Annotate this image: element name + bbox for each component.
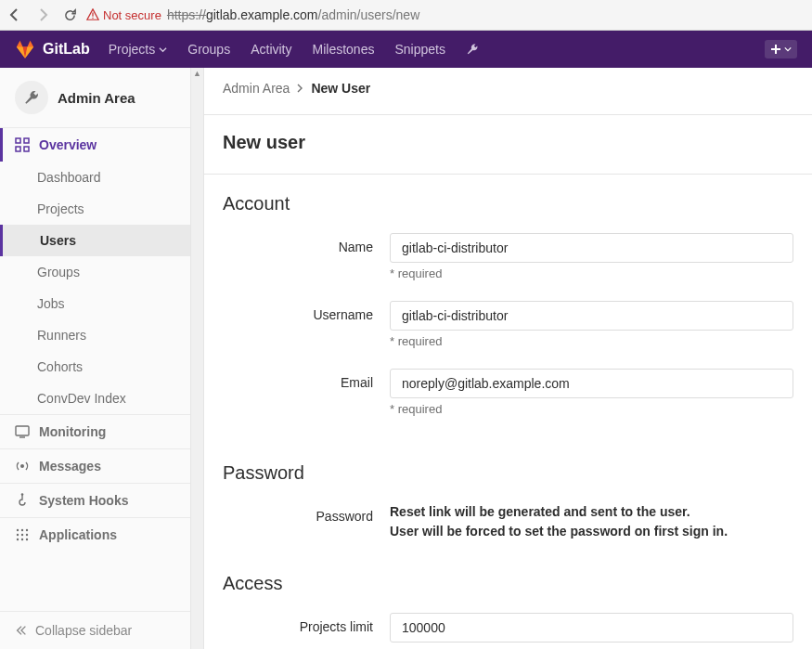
password-info-line1: Reset link will be generated and sent to… (390, 502, 793, 522)
broadcast-icon (15, 459, 30, 474)
svg-rect-4 (16, 147, 20, 151)
password-info-line2: User will be forced to set the password … (390, 522, 793, 541)
sidebar-item-jobs[interactable]: Jobs (37, 288, 190, 319)
collapse-label: Collapse sidebar (35, 623, 132, 638)
top-nav: Projects Groups Activity Milestones Snip… (109, 42, 479, 57)
svg-point-8 (20, 464, 24, 468)
sidebar-item-overview[interactable]: Overview (0, 128, 190, 162)
overview-submenu: Dashboard Projects Users Groups Jobs Run… (0, 162, 190, 414)
nav-snippets[interactable]: Snippets (394, 42, 445, 57)
svg-point-12 (26, 529, 28, 531)
warning-icon (86, 8, 99, 21)
context-title: Admin Area (58, 90, 135, 106)
sidebar-item-applications[interactable]: Applications (0, 518, 190, 552)
header-right (765, 40, 797, 58)
username-input[interactable] (390, 301, 793, 331)
wrench-icon (466, 43, 479, 56)
context-header[interactable]: Admin Area (0, 68, 190, 127)
nav-activity[interactable]: Activity (251, 42, 291, 57)
access-heading: Access (223, 573, 793, 594)
app-header: GitLab Projects Groups Activity Mileston… (0, 31, 812, 68)
sidebar-label: Applications (39, 527, 117, 542)
sidebar-label: System Hooks (39, 493, 128, 508)
email-label: Email (223, 369, 390, 390)
gitlab-logo-icon (15, 39, 35, 59)
sidebar: Admin Area Overview Dashboard Projects U… (0, 68, 204, 649)
nav-admin-wrench[interactable] (466, 43, 479, 56)
sidebar-item-messages[interactable]: Messages (0, 449, 190, 483)
page-title: New user (204, 115, 812, 175)
projects-limit-input[interactable] (390, 613, 793, 643)
monitor-icon (15, 424, 30, 439)
email-input[interactable] (390, 369, 793, 398)
overview-icon (15, 137, 30, 152)
svg-rect-2 (16, 138, 20, 143)
svg-point-16 (17, 539, 19, 540)
applications-icon (15, 527, 30, 542)
section-access: Access Projects limit (204, 554, 812, 649)
breadcrumb-current: New User (311, 81, 370, 96)
svg-rect-6 (16, 426, 29, 435)
svg-point-17 (21, 539, 23, 540)
sidebar-item-cohorts[interactable]: Cohorts (37, 351, 190, 383)
nav-milestones[interactable]: Milestones (313, 42, 375, 57)
breadcrumb: Admin Area New User (204, 68, 812, 115)
browser-nav (7, 7, 77, 22)
address-bar[interactable]: Not secure https://gitlab.example.com/ad… (86, 7, 805, 22)
collapse-icon (15, 624, 28, 637)
new-dropdown[interactable] (765, 40, 797, 58)
name-required: * required (390, 266, 793, 280)
reload-icon[interactable] (63, 8, 77, 22)
main-content: Admin Area New User New user Account Nam… (204, 68, 812, 649)
plus-icon (770, 44, 781, 55)
admin-avatar (15, 81, 48, 114)
nav-projects[interactable]: Projects (109, 42, 168, 57)
sidebar-item-users[interactable]: Users (0, 225, 190, 256)
forward-icon[interactable] (35, 7, 50, 22)
hook-icon (15, 493, 30, 508)
svg-point-1 (92, 18, 93, 19)
username-required: * required (390, 334, 793, 348)
sidebar-item-monitoring[interactable]: Monitoring (0, 415, 190, 448)
password-heading: Password (223, 462, 793, 484)
sidebar-label: Messages (39, 459, 101, 474)
sidebar-item-projects[interactable]: Projects (37, 193, 190, 225)
nav-groups[interactable]: Groups (187, 42, 230, 57)
brand-text: GitLab (43, 41, 90, 58)
svg-point-11 (21, 529, 23, 531)
svg-point-13 (17, 534, 19, 536)
svg-point-18 (26, 539, 28, 540)
not-secure-badge: Not secure (86, 8, 161, 22)
svg-rect-3 (24, 138, 29, 143)
breadcrumb-root[interactable]: Admin Area (223, 81, 290, 96)
password-label: Password (223, 502, 390, 524)
wrench-icon (23, 89, 40, 106)
account-heading: Account (223, 193, 793, 214)
username-label: Username (223, 301, 390, 322)
password-info: Reset link will be generated and sent to… (390, 502, 793, 541)
collapse-sidebar[interactable]: Collapse sidebar (0, 611, 203, 649)
chevron-right-icon (297, 84, 303, 93)
sidebar-label: Monitoring (39, 424, 106, 439)
sidebar-item-dashboard[interactable]: Dashboard (37, 162, 190, 193)
logo[interactable]: GitLab (15, 39, 90, 59)
chevron-down-icon (159, 45, 167, 54)
svg-point-10 (17, 529, 19, 531)
sidebar-label: Overview (39, 137, 97, 152)
not-secure-label: Not secure (103, 8, 161, 22)
svg-rect-5 (24, 147, 29, 151)
email-required: * required (390, 402, 793, 416)
scroll-up-icon: ▲ (191, 68, 203, 79)
browser-toolbar: Not secure https://gitlab.example.com/ad… (0, 0, 812, 31)
sidebar-item-runners[interactable]: Runners (37, 319, 190, 351)
url-text: https://gitlab.example.com/admin/users/n… (167, 7, 419, 22)
sidebar-item-groups[interactable]: Groups (37, 256, 190, 288)
sidebar-item-convdev[interactable]: ConvDev Index (37, 383, 190, 414)
projects-limit-label: Projects limit (223, 613, 390, 634)
sidebar-item-system-hooks[interactable]: System Hooks (0, 484, 190, 517)
name-input[interactable] (390, 233, 793, 263)
svg-point-9 (21, 493, 24, 496)
name-label: Name (223, 233, 390, 254)
back-icon[interactable] (7, 7, 22, 22)
sidebar-scrollbar[interactable]: ▲ (190, 68, 203, 649)
